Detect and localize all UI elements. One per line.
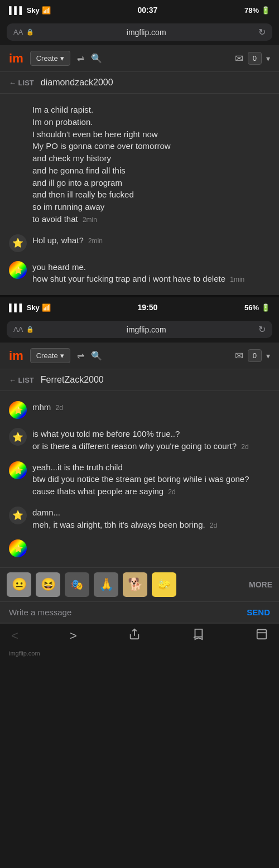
timestamp-4: 2d [56, 404, 63, 412]
emoji-thumb-3[interactable]: 🎭 [65, 572, 89, 597]
message-text-7: damn...meh, it was alright, tbh it's alw… [32, 508, 205, 529]
avatar-rainbow-3: ⭐ [9, 461, 27, 479]
message-row-5: ⭐ is what you told me before 100% true..… [0, 423, 279, 457]
emoji-thumb-6[interactable]: 🧽 [152, 572, 176, 597]
avatar-star-3: ⭐ [9, 507, 27, 524]
message-text-3: you heard me.how shut your fucking trap … [32, 262, 225, 284]
status-bar-2: ▌▌▌ Sky 📶 19:50 56% 🔋 [0, 297, 279, 317]
battery-label-2: 56% [244, 303, 259, 312]
url-bar-container-1: AA 🔒 imgflip.com ↻ [0, 20, 279, 45]
shuffle-icon-2[interactable]: ⇌ [77, 350, 84, 361]
imgflip-logo-1: im [9, 51, 23, 66]
mail-icon-2[interactable]: ✉ [235, 350, 243, 362]
search-icon-1[interactable]: 🔍 [91, 53, 102, 64]
header-dropdown-icon-1[interactable]: ▾ [266, 54, 270, 63]
url-bar-container-2: AA 🔒 imgflip.com ↻ [0, 317, 279, 343]
reload-icon-1[interactable]: ↻ [258, 27, 266, 37]
message-row-3: ⭐ you heard me.how shut your fucking tra… [0, 257, 279, 290]
chat-section-2: ← LIST FerretZack2000 ⭐ mhm 2d ⭐ is what… [0, 369, 279, 623]
messages-container-2: ⭐ mhm 2d ⭐ is what you told me before 10… [0, 391, 279, 567]
wifi-icon-2: 📶 [42, 303, 51, 312]
browser-bottom-bar: < > imgflip.com [0, 623, 279, 661]
imgflip-logo-2: im [9, 349, 23, 363]
create-label-1: Create [36, 54, 58, 62]
header-dropdown-icon-2[interactable]: ▾ [266, 351, 270, 360]
url-bar-1[interactable]: AA 🔒 imgflip.com ↻ [7, 23, 272, 41]
message-content-2: Hol up, what? 2min [32, 234, 270, 247]
share-button[interactable] [128, 628, 141, 643]
battery-icon-1: 🔋 [261, 6, 270, 15]
create-dropdown-icon-2: ▾ [60, 351, 64, 360]
avatar-star-2: ⭐ [9, 428, 27, 446]
timestamp-2: 2min [88, 237, 103, 245]
create-label-2: Create [36, 351, 58, 360]
back-link-1[interactable]: ← LIST [9, 79, 34, 87]
message-input-bar: Write a message SEND [0, 601, 279, 623]
wifi-icon: 📶 [42, 6, 51, 15]
emoji-thumb-4[interactable]: 🙏 [94, 572, 118, 597]
imgflip-header-2: im Create ▾ ⇌ 🔍 ✉ 0 ▾ [0, 343, 279, 369]
time-label-1: 00:37 [137, 6, 157, 15]
emoji-bar: 😐 😆 🎭 🙏 🐕 🧽 MORE [0, 567, 279, 601]
tabs-button[interactable] [256, 628, 268, 643]
mail-area-1: ✉ 0 ▾ [235, 52, 270, 65]
battery-label-1: 78% [244, 6, 259, 15]
message-text-6: yeah...it is the truth childbtw did you … [32, 462, 249, 496]
message-content-7: damn...meh, it was alright, tbh it's alw… [32, 507, 270, 531]
create-button-1[interactable]: Create ▾ [30, 51, 70, 66]
message-text-1: Im a child rapist.Im on probation.I shou… [32, 105, 171, 224]
emoji-thumb-2[interactable]: 😆 [36, 572, 60, 597]
url-bar-2[interactable]: AA 🔒 imgflip.com ↻ [7, 321, 272, 338]
timestamp-7: 2d [210, 522, 217, 529]
reload-icon-2[interactable]: ↻ [258, 324, 266, 335]
timestamp-1: 2min [83, 216, 97, 224]
message-row-1: Im a child rapist.Im on probation.I shou… [0, 99, 279, 230]
browser-forward-button[interactable]: > [70, 629, 77, 643]
avatar-star-1: ⭐ [9, 234, 27, 252]
send-button[interactable]: SEND [247, 607, 270, 617]
browser-back-button[interactable]: < [11, 629, 18, 643]
create-dropdown-icon-1: ▾ [60, 54, 64, 62]
chat-header-1: ← LIST diamondzack2000 [0, 72, 279, 94]
aa-text-1: AA [13, 28, 23, 36]
status-left-1: ▌▌▌ Sky 📶 [9, 6, 51, 15]
emoji-thumb-1[interactable]: 😐 [7, 572, 31, 597]
avatar-rainbow-4: ⭐ [9, 539, 27, 557]
emoji-thumb-5[interactable]: 🐕 [123, 572, 147, 597]
message-row-2: ⭐ Hol up, what? 2min [0, 230, 279, 257]
status-right-1: 78% 🔋 [244, 6, 270, 15]
message-content-1: Im a child rapist.Im on probation.I shou… [32, 104, 270, 225]
timestamp-6: 2d [168, 488, 175, 496]
message-content-5: is what you told me before 100% true..?o… [32, 428, 270, 452]
back-link-2[interactable]: ← LIST [9, 376, 34, 384]
shuffle-icon-1[interactable]: ⇌ [77, 53, 84, 64]
status-right-2: 56% 🔋 [244, 303, 270, 312]
message-content-4: mhm 2d [32, 401, 270, 413]
message-row-4: ⭐ mhm 2d [0, 397, 279, 423]
svg-rect-1 [257, 630, 267, 639]
search-icon-2[interactable]: 🔍 [91, 350, 102, 361]
carrier-label: Sky [27, 6, 40, 15]
timestamp-5: 2d [241, 443, 248, 451]
mail-area-2: ✉ 0 ▾ [235, 349, 270, 362]
message-row-7: ⭐ damn...meh, it was alright, tbh it's a… [0, 502, 279, 536]
signal-icon-2: ▌▌▌ [9, 303, 25, 312]
chat-section-1: ← LIST diamondzack2000 Im a child rapist… [0, 72, 279, 295]
message-text-5: is what you told me before 100% true..?o… [32, 429, 237, 451]
chat-username-2: FerretZack2000 [41, 375, 104, 385]
notif-badge-1: 0 [248, 52, 262, 65]
more-button[interactable]: MORE [249, 580, 272, 589]
notif-badge-2: 0 [248, 349, 262, 362]
carrier-label-2: Sky [27, 303, 40, 312]
domain-label: imgflip.com [0, 650, 279, 661]
write-message-placeholder[interactable]: Write a message [9, 607, 241, 617]
mail-icon-1[interactable]: ✉ [235, 52, 243, 65]
message-row-6: ⭐ yeah...it is the truth childbtw did yo… [0, 457, 279, 502]
create-button-2[interactable]: Create ▾ [30, 348, 70, 363]
message-text-2: Hol up, what? [32, 235, 84, 245]
message-content-3: you heard me.how shut your fucking trap … [32, 261, 270, 286]
message-text-4: mhm [32, 402, 51, 412]
status-left-2: ▌▌▌ Sky 📶 [9, 303, 51, 312]
bookmarks-button[interactable] [192, 628, 204, 643]
chat-username-1: diamondzack2000 [41, 78, 113, 88]
